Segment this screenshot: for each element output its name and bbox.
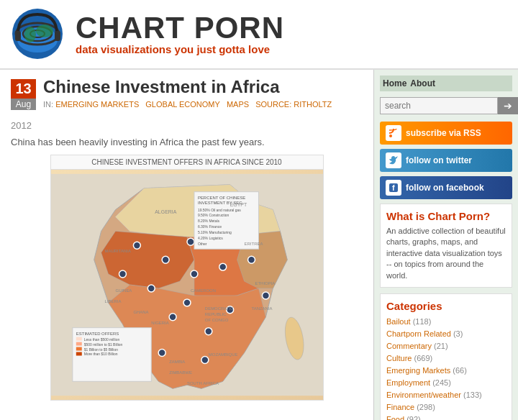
svg-text:Other: Other (197, 242, 206, 246)
svg-text:LIBERIA: LIBERIA (104, 299, 121, 303)
svg-point-15 (204, 328, 212, 335)
svg-point-7 (24, 27, 36, 42)
nav-about[interactable]: About (410, 78, 435, 88)
svg-text:More than $10 Billion: More than $10 Billion (83, 352, 117, 356)
category-link[interactable]: Food (386, 415, 404, 420)
svg-point-18 (183, 299, 191, 306)
tag-source[interactable]: SOURCE: RITHOLTZ (255, 100, 332, 109)
svg-rect-30 (76, 342, 81, 346)
list-item: Emerging Markets (66) (386, 365, 506, 375)
svg-text:ETHIOPIA: ETHIOPIA (255, 281, 275, 286)
list-item: Finance (298) (386, 401, 506, 412)
svg-text:ZIMBABWE: ZIMBABWE (169, 370, 192, 375)
svg-text:19.50% Oil and natural gas: 19.50% Oil and natural gas (197, 209, 240, 212)
svg-point-8 (36, 24, 53, 37)
site-header: CHART PORN data visualizations you just … (0, 0, 518, 70)
svg-text:ZAMBIA: ZAMBIA (169, 360, 185, 364)
category-link[interactable]: Bailout (386, 317, 411, 326)
svg-rect-32 (76, 347, 81, 351)
site-tagline: data visualizations you just gotta love (76, 43, 284, 55)
map-title: CHINESE INVESTMENT OFFERS IN AFRICA SINC… (51, 155, 323, 170)
svg-text:GHANA: GHANA (133, 310, 148, 314)
site-title-block: CHART PORN data visualizations you just … (76, 13, 284, 55)
list-item: Environment/weather (133) (386, 389, 506, 400)
svg-point-13 (219, 263, 226, 270)
categories-title: Categories (386, 300, 506, 312)
facebook-label: follow on facebook (406, 183, 484, 193)
category-link[interactable]: Environment/weather (386, 391, 461, 399)
what-is-title: What is Chart Porn? (386, 210, 506, 222)
svg-text:f: f (392, 183, 395, 192)
svg-point-16 (162, 256, 169, 263)
site-title: CHART PORN (76, 13, 284, 43)
category-link[interactable]: Commentary (386, 342, 432, 350)
category-link[interactable]: Finance (386, 403, 414, 411)
svg-point-21 (262, 292, 269, 299)
list-item: Food (92) (386, 414, 506, 420)
svg-text:MAURITANIA: MAURITANIA (104, 249, 130, 253)
svg-rect-5 (15, 31, 21, 41)
svg-text:MOZAMBIQUE: MOZAMBIQUE (208, 352, 237, 357)
map-image: ESTIMATED OFFERS Less than $500 million … (51, 170, 323, 400)
svg-text:TANZANIA: TANZANIA (251, 306, 272, 311)
svg-text:ALGERIA: ALGERIA (155, 209, 177, 214)
svg-point-20 (147, 285, 155, 292)
twitter-button[interactable]: follow on twitter (380, 149, 512, 172)
category-count: (298) (414, 403, 435, 411)
svg-text:REPUBLIC: REPUBLIC (204, 312, 226, 316)
svg-text:SOUTH AFRICA: SOUTH AFRICA (187, 381, 219, 385)
sidebar-nav: Home About (380, 76, 512, 91)
svg-text:ESTIMATED OFFERS: ESTIMATED OFFERS (76, 332, 118, 336)
article-title: Chinese Investment in Africa (43, 77, 336, 97)
search-input[interactable] (380, 97, 498, 114)
svg-text:OF CONGO: OF CONGO (204, 318, 228, 322)
tag-global-economy[interactable]: GLOBAL ECONOMY (145, 100, 220, 109)
category-link[interactable]: Emerging Markets (386, 366, 450, 375)
category-link[interactable]: Chartporn Related (386, 329, 451, 338)
rss-button[interactable]: subscribe via RSS (380, 122, 512, 145)
map-container: CHINESE INVESTMENT OFFERS IN AFRICA SINC… (50, 155, 324, 401)
what-is-section: What is Chart Porn? An addictive collect… (380, 204, 512, 288)
svg-point-23 (119, 270, 126, 278)
main-layout: 13 Aug Chinese Investment in Africa IN: … (0, 70, 518, 420)
svg-text:EGYPT: EGYPT (230, 202, 247, 207)
svg-point-17 (247, 256, 255, 263)
content-area: 13 Aug Chinese Investment in Africa IN: … (0, 70, 374, 420)
tag-maps[interactable]: MAPS (227, 100, 249, 109)
svg-point-25 (158, 350, 165, 357)
svg-point-24 (201, 356, 208, 363)
category-count: (133) (461, 391, 482, 399)
nav-home[interactable]: Home (383, 78, 406, 88)
rss-label: subscribe via RSS (406, 128, 481, 138)
list-item: Culture (669) (386, 352, 506, 363)
list-item: Bailout (118) (386, 316, 506, 327)
svg-text:NIGERIA: NIGERIA (151, 321, 169, 325)
rss-icon (386, 125, 401, 141)
tag-emerging-markets[interactable]: EMERGING MARKETS (55, 100, 139, 109)
svg-text:ERITREA: ERITREA (244, 242, 263, 246)
africa-svg: ESTIMATED OFFERS Less than $500 million … (51, 170, 323, 400)
svg-text:6.30% Finance: 6.30% Finance (197, 225, 221, 229)
svg-text:DEMOCRATIC: DEMOCRATIC (204, 306, 233, 311)
date-month: Aug (11, 99, 36, 110)
category-link[interactable]: Culture (386, 354, 412, 362)
category-count: (118) (411, 317, 432, 326)
svg-text:5.10% Manufacturing: 5.10% Manufacturing (197, 231, 231, 234)
svg-text:4.20% Logistics: 4.20% Logistics (197, 237, 222, 240)
search-button[interactable]: ➔ (498, 97, 518, 114)
what-is-description: An addictive collection of beautiful cha… (386, 226, 506, 281)
facebook-button[interactable]: f follow on facebook (380, 176, 512, 199)
svg-text:CAMEROON: CAMEROON (190, 288, 215, 293)
category-count: (92) (404, 415, 421, 420)
svg-text:9.50% Construction: 9.50% Construction (197, 214, 229, 218)
list-item: Employment (245) (386, 377, 506, 388)
category-count: (3) (451, 329, 463, 338)
category-link[interactable]: Employment (386, 378, 430, 387)
list-item: Chartporn Related (3) (386, 328, 506, 339)
svg-rect-34 (76, 352, 81, 356)
category-count: (66) (450, 366, 467, 375)
svg-rect-6 (55, 31, 60, 41)
categories-section: Categories Bailout (118)Chartporn Relate… (380, 293, 512, 420)
date-block: 13 Aug (11, 79, 36, 110)
svg-text:$1 Billion to $5 Billion: $1 Billion to $5 Billion (83, 348, 117, 352)
